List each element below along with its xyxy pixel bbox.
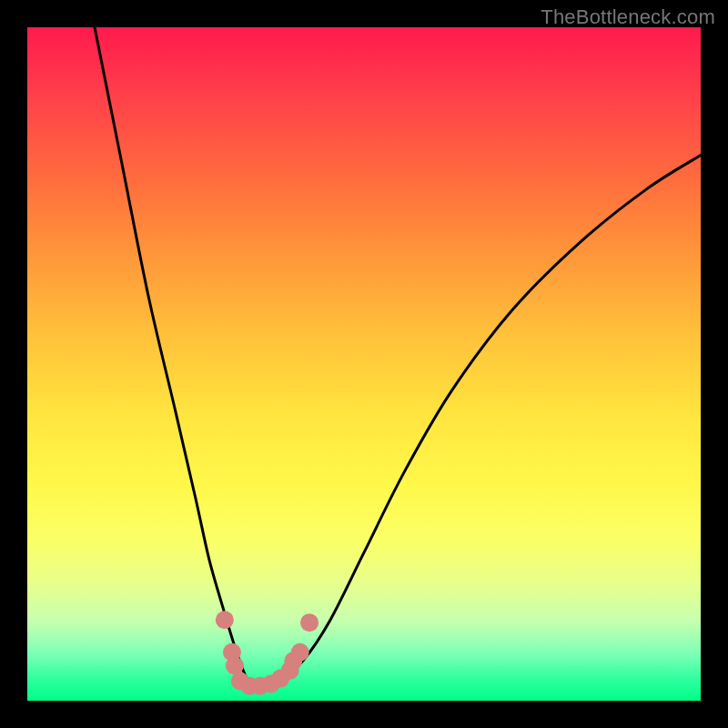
valley-marker [300, 613, 318, 632]
bottleneck-curve [95, 27, 701, 684]
chart-frame: TheBottleneck.com [0, 0, 728, 728]
plot-area [27, 27, 701, 701]
watermark-text: TheBottleneck.com [541, 5, 715, 29]
valley-marker [226, 657, 244, 675]
valley-marker [291, 643, 309, 662]
curve-svg [27, 27, 701, 701]
valley-markers-group [216, 611, 318, 695]
valley-marker [216, 611, 234, 629]
